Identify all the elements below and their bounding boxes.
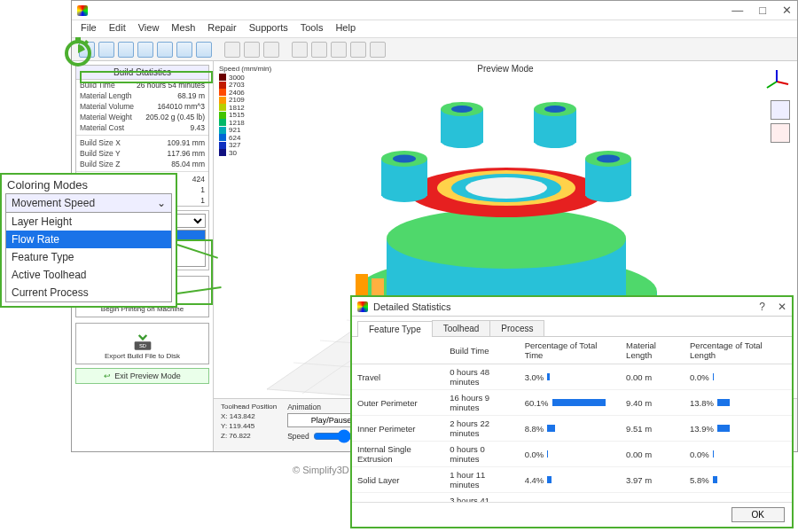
- stat-row: Material Length68.19 m: [76, 90, 208, 101]
- column-header: Percentage of Total Length: [685, 337, 792, 364]
- toolbar: [72, 38, 797, 61]
- tool-select-icon[interactable]: [244, 42, 260, 58]
- menu-help[interactable]: Help: [335, 22, 356, 35]
- svg-line-41: [777, 82, 788, 84]
- tool-misc-icon[interactable]: [331, 42, 347, 58]
- coloring-modes-callout: Coloring Modes Movement Speed ⌄ Layer He…: [0, 173, 177, 308]
- menu-view[interactable]: View: [138, 22, 160, 35]
- tool-cube-icon[interactable]: [157, 42, 173, 58]
- export-build-button[interactable]: SD Export Build File to Disk: [75, 323, 209, 364]
- coloring-option[interactable]: Layer Height: [6, 213, 171, 231]
- tab-toolhead[interactable]: Toolhead: [432, 320, 491, 336]
- coloring-option[interactable]: Flow Rate: [6, 231, 171, 248]
- svg-point-34: [451, 106, 473, 113]
- column-header: Percentage of Total Time: [520, 337, 621, 364]
- coloring-heading: Coloring Modes: [2, 175, 176, 193]
- tool-cube-icon[interactable]: [196, 42, 212, 58]
- svg-point-26: [393, 155, 416, 163]
- statistics-table: Build TimePercentage of Total TimeMateri…: [352, 337, 792, 502]
- coloring-option[interactable]: Current Process: [6, 284, 171, 301]
- menu-file[interactable]: File: [81, 22, 97, 35]
- coloring-option[interactable]: Feature Type: [6, 248, 171, 266]
- dialog-close-button[interactable]: ✕: [778, 301, 786, 313]
- toolhead-pos-title: Toolhead Position: [221, 403, 277, 411]
- table-row: Solid Layer1 hour 11 minutes4.4%3.97 m5.…: [352, 467, 792, 493]
- close-button[interactable]: ✕: [782, 4, 792, 17]
- svg-line-42: [767, 82, 777, 88]
- column-header: Build Time: [444, 337, 519, 364]
- stat-row: Build Size Z85.04 mm: [76, 159, 208, 169]
- column-header: [352, 337, 444, 364]
- tool-crosshair-icon[interactable]: [224, 42, 240, 58]
- legend-title: Speed (mm/min): [219, 65, 271, 73]
- stopwatch-icon: [62, 35, 94, 67]
- tool-cube-icon[interactable]: [137, 42, 153, 58]
- tool-misc-icon[interactable]: [292, 42, 308, 58]
- axis-icon: [763, 68, 790, 95]
- svg-point-22: [466, 177, 547, 199]
- tool-misc-icon[interactable]: [311, 42, 327, 58]
- exit-preview-button[interactable]: ↩Exit Preview Mode: [75, 368, 209, 384]
- svg-point-38: [544, 106, 566, 113]
- maximize-button[interactable]: □: [759, 4, 766, 17]
- toolhead-z: Z: 76.822: [221, 432, 277, 440]
- detailed-statistics-dialog: Detailed Statistics ? ✕ Feature TypeTool…: [350, 295, 794, 528]
- tool-misc-icon[interactable]: [350, 42, 366, 58]
- speed-label: Speed: [287, 432, 309, 441]
- toolhead-y: Y: 119.445: [221, 422, 277, 430]
- app-logo-icon: [357, 301, 368, 312]
- menubar: FileEditViewMeshRepairSupportsToolsHelp: [72, 20, 797, 38]
- tool-cube-icon[interactable]: [98, 42, 114, 58]
- svg-text:SD: SD: [138, 343, 145, 348]
- chevron-down-icon: ⌄: [157, 197, 166, 209]
- menu-tools[interactable]: Tools: [301, 22, 324, 35]
- table-row: Infill3 hours 41 minutes13.7%38.94 m57.1…: [352, 493, 792, 503]
- column-header: Material Length: [621, 337, 685, 364]
- tool-pointer-icon[interactable]: [263, 42, 279, 58]
- svg-rect-45: [75, 37, 81, 41]
- stat-row: Material Weight205.02 g (0.45 lb): [76, 112, 208, 122]
- menu-edit[interactable]: Edit: [109, 22, 126, 35]
- preview-mode-label: Preview Mode: [477, 64, 533, 74]
- copyright-text: © Simplify3D: [293, 465, 349, 475]
- svg-point-30: [597, 155, 620, 163]
- help-button[interactable]: ?: [759, 301, 765, 313]
- menu-repair[interactable]: Repair: [207, 22, 236, 35]
- panel-title: Build Statistics: [76, 66, 208, 80]
- stat-row: Build Time26 hours 54 minutes: [76, 80, 208, 90]
- ok-button[interactable]: OK: [732, 507, 785, 522]
- stat-row: Build Size Y117.96 mm: [76, 148, 208, 159]
- coloring-option[interactable]: Active Toolhead: [6, 266, 171, 284]
- stat-row: Material Volume164010 mm^3: [76, 101, 208, 112]
- stat-row: Material Cost9.43: [76, 122, 208, 133]
- toolhead-x: X: 143.842: [221, 412, 277, 420]
- viewcube-icon[interactable]: [771, 100, 790, 120]
- tool-cube-icon[interactable]: [118, 42, 134, 58]
- menu-mesh[interactable]: Mesh: [171, 22, 195, 35]
- table-row: Outer Perimeter16 hours 9 minutes60.1%9.…: [352, 390, 792, 416]
- dialog-titlebar: Detailed Statistics ? ✕: [352, 297, 792, 317]
- titlebar: — □ ✕: [72, 1, 797, 20]
- menu-supports[interactable]: Supports: [249, 22, 288, 35]
- dialog-tabs: Feature TypeToolheadProcess: [352, 320, 792, 337]
- legend-item: 3000: [219, 74, 271, 82]
- coloring-dropdown-head[interactable]: Movement Speed ⌄: [5, 193, 172, 213]
- dialog-title-text: Detailed Statistics: [373, 301, 450, 312]
- table-row: Inner Perimeter2 hours 22 minutes8.8%9.5…: [352, 416, 792, 442]
- tool-cube-icon[interactable]: [176, 42, 192, 58]
- table-row: Internal Single Extrusion0 hours 0 minut…: [352, 442, 792, 467]
- tab-process[interactable]: Process: [489, 320, 544, 336]
- svg-point-18: [387, 208, 626, 269]
- minimize-button[interactable]: —: [732, 4, 743, 17]
- viewcube-alt-icon[interactable]: [771, 123, 790, 143]
- coloring-dropdown-list[interactable]: Layer HeightFlow RateFeature TypeActive …: [5, 213, 172, 302]
- tool-misc-icon[interactable]: [370, 42, 386, 58]
- tab-feature-type[interactable]: Feature Type: [357, 321, 433, 337]
- stat-row: Build Size X109.91 mm: [76, 137, 208, 148]
- app-logo-icon: [77, 5, 88, 16]
- table-row: Travel0 hours 48 minutes3.0%0.00 m0.0%: [352, 364, 792, 390]
